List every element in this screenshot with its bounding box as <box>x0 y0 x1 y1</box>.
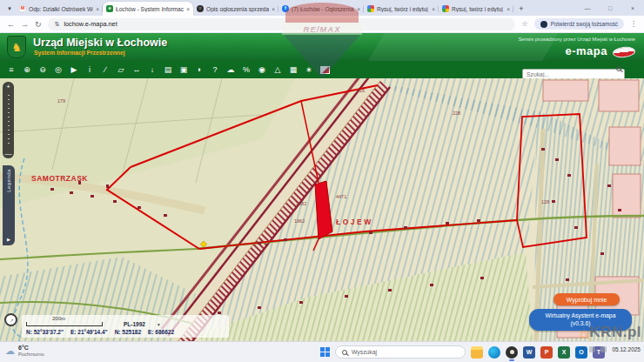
volume-icon[interactable] <box>600 346 607 352</box>
close-icon[interactable]: × <box>357 6 360 12</box>
edge-icon[interactable] <box>488 346 500 359</box>
help-icon[interactable]: ? <box>207 61 223 78</box>
excel-icon[interactable]: X <box>558 346 570 359</box>
identity-confirm-button[interactable]: Potwierdź swoją tożsamość <box>534 18 624 30</box>
tab-emapa[interactable]: e Łochów - System Informac... × <box>103 2 193 16</box>
parcel-label: 4471 <box>336 194 346 199</box>
tab-search-chevron-icon[interactable]: ▾ <box>3 3 16 15</box>
tab-title: Opis ogłoszenia sprzedaży <box>206 6 269 12</box>
site-settings-icon[interactable]: ⇅ <box>55 21 60 28</box>
search-icon[interactable] <box>616 66 621 71</box>
emapa-logo-icon <box>612 46 635 59</box>
identity-confirm-label: Potwierdź swoją tożsamość <box>551 21 618 27</box>
zoom-out-icon[interactable]: ⊖ <box>35 61 50 78</box>
powerpoint-icon[interactable]: P <box>540 346 553 359</box>
zoom-in-icon[interactable]: ⊕ <box>19 61 35 78</box>
info-icon[interactable]: i <box>82 61 97 78</box>
zoom-out-control[interactable]: — <box>3 150 14 158</box>
crs-label: PL-1992 <box>124 321 145 327</box>
close-icon[interactable]: × <box>96 6 99 12</box>
parcel-label: 1982 <box>296 201 306 206</box>
emapa-brand: e-mapa <box>565 44 607 57</box>
browser-menu-icon[interactable]: ⋮ <box>630 20 637 28</box>
taskbar-search[interactable]: Wyszukaj <box>335 345 466 359</box>
search-parcel-icon[interactable]: ◉ <box>254 61 270 78</box>
layers-icon[interactable]: ≡ <box>3 61 19 78</box>
word-icon[interactable]: W <box>523 346 535 359</box>
close-icon[interactable]: × <box>506 6 510 12</box>
weather-widget[interactable]: ☁ 6°C Pochmurno <box>5 345 44 357</box>
window-controls: — □ × <box>576 0 644 16</box>
close-icon[interactable]: × <box>432 6 435 12</box>
tray-chevron-icon[interactable]: ^ <box>581 346 584 352</box>
print-icon[interactable]: ▤ <box>160 61 176 78</box>
close-icon[interactable]: × <box>186 6 190 12</box>
coord-easting: E: 686622 <box>148 329 174 335</box>
assistant-button[interactable]: Wirtualny Asystent e-mapa (v0.3.6) <box>529 309 632 331</box>
back-icon[interactable]: ← <box>7 20 15 29</box>
tab-gmail[interactable]: M Odp: Działki Ostrówek Wo... × <box>16 2 103 16</box>
assistant-title: Wirtualny Asystent e-mapa <box>546 312 616 319</box>
share-icon[interactable]: ∗ <box>301 61 317 78</box>
percent-icon[interactable]: % <box>238 61 254 78</box>
browser-tab-strip: ▾ M Odp: Działki Ostrówek Wo... × e Łoch… <box>0 0 644 16</box>
zoom-in-control[interactable]: + <box>3 83 14 90</box>
tab-listing[interactable]: ○ Opis ogłoszenia sprzedaży × <box>193 2 278 16</box>
panels-icon[interactable]: ▣ <box>176 61 191 78</box>
tab-drawings-1[interactable]: Rysuj, twórz i edytuj w ap... × <box>364 2 439 16</box>
minimize-button[interactable]: — <box>576 5 599 11</box>
tab-drawings-2[interactable]: Rysuj, twórz i edytuj w ap... × <box>439 2 513 16</box>
tab-facebook[interactable]: f (7) Łochów - Ogłoszenia... × <box>278 2 364 16</box>
drawings-icon <box>367 5 374 12</box>
assistant-try-button[interactable]: Wypróbuj mnie <box>553 293 620 305</box>
legend-panel-label: Legenda <box>6 169 11 192</box>
bookmark-star-icon[interactable]: ☆ <box>521 20 527 28</box>
maximize-button[interactable]: □ <box>599 5 621 11</box>
compass-button[interactable]: → <box>4 313 17 326</box>
scale-bar: 200m <box>26 317 103 327</box>
map-canvas[interactable]: SAMOTRZASK ŁOJEW 179 216 228 4471 1962 1… <box>0 78 644 341</box>
coat-of-arms-icon: ♞ <box>7 36 26 58</box>
start-button[interactable] <box>320 347 330 357</box>
weather-temperature: 6°C <box>18 345 44 352</box>
legend-panel-tab[interactable]: Legenda ▶ <box>3 165 15 245</box>
cloud-icon: ☁ <box>5 346 15 356</box>
browser-app-icon[interactable] <box>506 346 518 359</box>
coord-northing: N: 525182 <box>115 329 141 335</box>
pointer-icon[interactable]: ▶ <box>66 61 82 78</box>
file-explorer-icon[interactable] <box>471 346 483 359</box>
close-icon[interactable]: × <box>272 6 275 12</box>
windows-taskbar: ☁ 6°C Pochmurno Wyszukaj W P X O T ^ <box>0 341 644 362</box>
coord-lat: N: 52°33'37.2" <box>26 329 64 335</box>
reload-icon[interactable]: ↻ <box>35 20 42 29</box>
emapa-icon: e <box>106 5 113 12</box>
zoom-track[interactable] <box>8 95 10 144</box>
pan-icon[interactable]: ↔ <box>129 61 144 78</box>
village-label-samotrzask: SAMOTRZASK <box>31 174 88 183</box>
network-icon[interactable] <box>589 346 595 352</box>
flag-icon[interactable] <box>320 66 330 74</box>
measure-line-icon[interactable]: ∕ <box>97 61 113 78</box>
crs-selector[interactable]: PL-1992▾ <box>124 321 160 327</box>
cloud-icon[interactable]: ☁ <box>223 61 238 78</box>
url-field[interactable]: ⇅ lochow.e-mapa.net <box>48 18 516 30</box>
measure-area-icon[interactable]: ▱ <box>113 61 129 78</box>
close-window-button[interactable]: × <box>621 5 644 11</box>
drawings-icon <box>442 5 449 12</box>
alert-icon[interactable]: △ <box>270 61 285 78</box>
coord-lon: E: 21°49'14.4" <box>70 329 108 335</box>
full-extent-icon[interactable]: ◎ <box>50 61 66 78</box>
download-icon[interactable]: ↓ <box>144 61 160 78</box>
page-subtitle: System Informacji Przestrzennej <box>34 50 125 56</box>
new-tab-button[interactable]: + <box>515 3 527 15</box>
forward-icon[interactable]: → <box>21 20 29 29</box>
map-viewport[interactable]: SAMOTRZASK ŁOJEW 179 216 228 4471 1962 1… <box>0 78 644 341</box>
system-tray: ^ 05.12.2025 <box>581 346 641 352</box>
zoom-slider[interactable]: + — <box>3 82 14 158</box>
comment-icon[interactable]: ◗ <box>191 61 207 78</box>
composition-icon[interactable]: ▦ <box>285 61 301 78</box>
expand-icon: ▶ <box>7 237 10 242</box>
gmail-icon: M <box>19 5 26 12</box>
taskbar-date[interactable]: 05.12.2025 <box>612 346 641 352</box>
url-text: lochow.e-mapa.net <box>64 20 117 28</box>
